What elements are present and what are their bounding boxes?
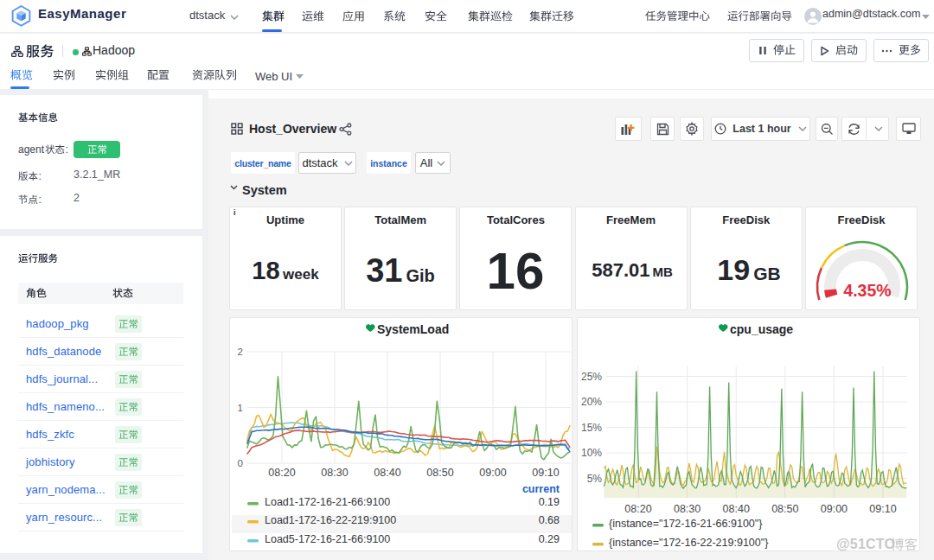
svg-text:09:00: 09:00 <box>479 467 506 479</box>
svg-text:09:10: 09:10 <box>869 503 896 515</box>
svg-text:08:50: 08:50 <box>771 503 798 515</box>
svg-text:{instance="172-16-22-219:9100": {instance="172-16-22-219:9100"} <box>609 537 768 549</box>
svg-text:0.29: 0.29 <box>539 533 560 545</box>
svg-text:08:30: 08:30 <box>674 503 700 515</box>
svg-text:08:40: 08:40 <box>374 467 400 479</box>
svg-text:08:20: 08:20 <box>268 467 295 479</box>
svg-text:10%: 10% <box>581 447 602 459</box>
svg-text:20%: 20% <box>581 396 602 408</box>
svg-text:cpu_usage: cpu_usage <box>730 322 793 336</box>
svg-text:current: current <box>522 483 560 495</box>
svg-text:08:30: 08:30 <box>321 467 348 479</box>
svg-text:Load1-172-16-22-219:9100: Load1-172-16-22-219:9100 <box>265 514 396 526</box>
svg-text:15%: 15% <box>581 422 602 434</box>
svg-text:Load1-172-16-21-66:9100: Load1-172-16-21-66:9100 <box>265 496 390 508</box>
svg-text:5%: 5% <box>587 473 603 485</box>
svg-text:0.19: 0.19 <box>539 496 560 508</box>
svg-text:25%: 25% <box>581 371 602 383</box>
svg-text:09:00: 09:00 <box>821 503 848 515</box>
svg-text:0.68: 0.68 <box>539 514 560 526</box>
svg-text:4.35%: 4.35% <box>843 281 891 300</box>
svg-text:09:10: 09:10 <box>532 467 559 479</box>
svg-text:SystemLoad: SystemLoad <box>377 322 449 336</box>
svg-text:2: 2 <box>238 347 243 357</box>
svg-text:08:20: 08:20 <box>624 503 651 515</box>
svg-text:0: 0 <box>238 458 243 468</box>
svg-text:Load5-172-16-21-66:9100: Load5-172-16-21-66:9100 <box>265 533 390 545</box>
svg-text:{instance="172-16-21-66:9100"}: {instance="172-16-21-66:9100"} <box>609 518 762 530</box>
svg-text:1: 1 <box>238 403 243 413</box>
svg-text:08:50: 08:50 <box>426 467 453 479</box>
svg-text:08:40: 08:40 <box>723 503 750 515</box>
